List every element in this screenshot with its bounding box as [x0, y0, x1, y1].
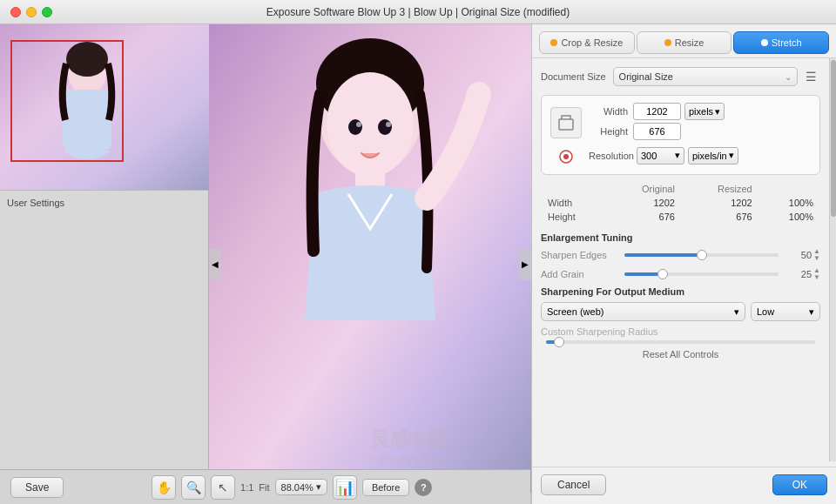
tab-crop-resize-label: Crop & Resize — [561, 37, 623, 48]
right-scrollbar[interactable] — [829, 58, 836, 461]
svg-point-17 — [563, 154, 569, 159]
svg-point-9 — [348, 119, 362, 135]
resolution-unit-label: pixels/in — [692, 151, 727, 161]
document-size-dropdown[interactable]: Original Size ⌄ — [613, 67, 798, 86]
window-controls[interactable] — [10, 7, 52, 17]
resize-svg — [557, 114, 575, 131]
minimize-button[interactable] — [26, 7, 37, 17]
resolution-value: 300 — [641, 151, 657, 161]
before-button[interactable]: Before — [362, 479, 409, 496]
level-dropdown[interactable]: Low ▾ — [751, 302, 820, 321]
thumbnail-bg-svg — [0, 24, 209, 190]
thumbnail-image — [0, 24, 209, 190]
ok-button[interactable]: OK — [772, 474, 827, 495]
maximize-button[interactable] — [42, 7, 52, 17]
row-resized: 676 — [682, 210, 759, 224]
zoom-fit-label: Fit — [259, 482, 269, 493]
add-grain-track[interactable] — [624, 272, 779, 276]
dim-fields: Width pixels ▾ Height — [589, 103, 811, 143]
svg-point-3 — [66, 42, 108, 77]
toolbar-left: Save — [10, 477, 64, 498]
row-pct: 100% — [759, 210, 820, 224]
width-label: Width — [589, 106, 628, 117]
pan-tool-btn[interactable]: ✋ — [152, 475, 176, 500]
enlargement-tuning-header: Enlargement Tuning — [541, 232, 820, 243]
document-size-settings-btn[interactable]: ☰ — [801, 67, 820, 86]
tab-stretch[interactable]: Stretch — [733, 31, 829, 54]
tab-crop-resize[interactable]: Crop & Resize — [539, 31, 635, 54]
resize-dot — [664, 39, 671, 46]
sharpening-row: Screen (web) ▾ Low ▾ — [541, 302, 820, 321]
row-label: Width — [541, 196, 607, 210]
resolution-chevron: ▾ — [675, 150, 680, 161]
histogram-btn[interactable]: 📊 — [333, 475, 357, 500]
medium-chevron: ▾ — [734, 306, 739, 318]
height-field-row: Height — [589, 123, 811, 140]
right-panel: Crop & Resize Resize Stretch Document Si… — [531, 24, 836, 504]
user-settings-panel: User Settings — [0, 190, 208, 504]
canvas-area: ◀ ▶ — [209, 24, 531, 504]
sharpening-output-header: Sharpening For Output Medium — [541, 286, 820, 297]
svg-point-11 — [356, 122, 361, 127]
tab-resize[interactable]: Resize — [637, 31, 732, 54]
add-grain-stepper[interactable]: ▲ ▼ — [813, 267, 820, 281]
reset-all-controls[interactable]: Reset All Controls — [541, 349, 820, 360]
svg-point-12 — [386, 122, 391, 127]
width-field-row: Width pixels ▾ — [589, 103, 811, 120]
canvas-image[interactable]: 灵感中国 lingganchina.com — [209, 24, 531, 492]
tab-resize-label: Resize — [675, 37, 705, 48]
custom-sharpening-track[interactable] — [546, 340, 815, 344]
right-content: Document Size Original Size ⌄ ☰ — [532, 58, 829, 461]
crop-resize-dot — [550, 39, 557, 46]
medium-dropdown[interactable]: Screen (web) ▾ — [541, 302, 745, 321]
dimensions-section: Width pixels ▾ Height — [541, 95, 820, 175]
table-row: Width 1202 1202 100% — [541, 196, 820, 210]
tab-stretch-label: Stretch — [772, 37, 802, 48]
row-resized: 1202 — [682, 196, 759, 210]
width-unit-label: pixels — [689, 106, 713, 117]
svg-point-10 — [378, 119, 392, 135]
zoom-tool-btn[interactable]: 🔍 — [181, 475, 206, 500]
resolution-input[interactable]: 300 ▾ — [637, 147, 684, 165]
add-grain-thumb[interactable] — [657, 269, 668, 279]
cancel-button[interactable]: Cancel — [541, 474, 606, 495]
custom-sharpening-thumb[interactable] — [554, 337, 564, 347]
add-grain-value: 25 — [784, 269, 812, 279]
resolution-field-row: Resolution 300 ▾ pixels/in ▾ — [589, 147, 811, 165]
document-size-row: Document Size Original Size ⌄ ☰ — [541, 67, 820, 86]
right-scrollbar-thumb[interactable] — [831, 60, 836, 217]
add-grain-down[interactable]: ▼ — [813, 274, 820, 281]
close-button[interactable] — [10, 7, 21, 17]
panel-collapse-right[interactable]: ▶ — [519, 249, 531, 280]
document-size-chevron: ⌄ — [785, 72, 792, 82]
sharpen-edges-thumb[interactable] — [697, 250, 707, 260]
document-size-value: Original Size — [619, 71, 673, 82]
height-input[interactable] — [633, 123, 681, 140]
size-table: Original Resized Width 1202 1202 100% He… — [541, 182, 820, 224]
canvas-image-svg — [209, 24, 531, 492]
sharpen-edges-down[interactable]: ▼ — [813, 255, 820, 262]
width-unit-select[interactable]: pixels ▾ — [684, 103, 725, 120]
height-label: Height — [589, 126, 628, 137]
save-button[interactable]: Save — [10, 477, 64, 498]
row-label: Height — [541, 210, 607, 224]
svg-rect-15 — [559, 119, 573, 130]
sharpen-edges-track[interactable] — [624, 253, 779, 257]
main-container: User Settings ◀ ▶ — [0, 24, 836, 504]
table-row: Height 676 676 100% — [541, 210, 820, 224]
zoom-value-select[interactable]: 88.04% ▾ — [275, 479, 327, 495]
resolution-unit-select[interactable]: pixels/in ▾ — [688, 147, 738, 165]
sharpen-edges-row: Sharpen Edges 50 ▲ ▼ — [541, 248, 820, 262]
thumbnail-area — [0, 24, 209, 190]
resolution-row: Resolution 300 ▾ pixels/in ▾ — [550, 146, 811, 167]
select-tool-btn[interactable]: ↖ — [211, 475, 235, 500]
resolution-unit-chevron: ▾ — [729, 150, 734, 161]
help-button[interactable]: ? — [415, 479, 432, 496]
left-panel: User Settings — [0, 24, 209, 504]
resolution-label: Resolution — [589, 151, 628, 161]
sharpen-edges-stepper[interactable]: ▲ ▼ — [813, 248, 820, 262]
panel-collapse-left[interactable]: ◀ — [209, 249, 221, 280]
svg-rect-2 — [63, 90, 111, 151]
width-input[interactable] — [633, 103, 681, 120]
sharpen-edges-label: Sharpen Edges — [541, 250, 619, 260]
